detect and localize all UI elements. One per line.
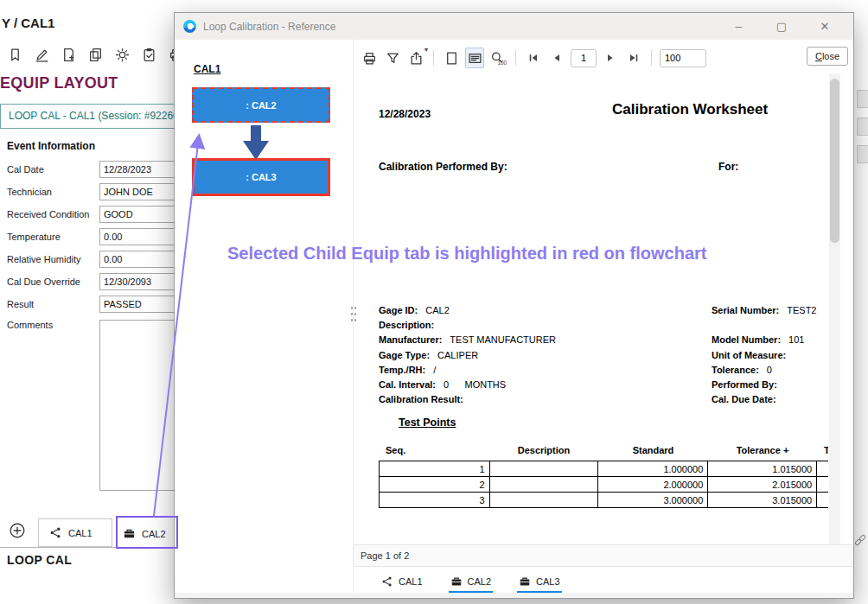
cell-seq: 2 <box>380 477 490 493</box>
cell-seq: 3 <box>380 493 490 508</box>
cell-tolerance-plus: 1.015000 <box>708 461 817 477</box>
edit-icon[interactable] <box>32 45 51 64</box>
cell-description <box>489 493 598 508</box>
cell-description <box>489 477 598 493</box>
right-edge-panel <box>854 0 868 604</box>
info-row: Calibration Result: Cal. Due Date: <box>379 392 828 407</box>
flowchart-node-cal2[interactable]: : CAL2 <box>192 87 330 123</box>
dialog-tab-cal1[interactable]: CAL1 <box>378 571 426 592</box>
dialog-tab-label: CAL1 <box>399 576 423 587</box>
column-header: Description <box>489 445 598 455</box>
info-label: Gage ID: <box>379 305 418 315</box>
toolbox-icon <box>519 575 531 588</box>
export-dropdown-caret[interactable]: ▾ <box>424 46 428 54</box>
info-label: Manufacturer: <box>379 334 442 345</box>
clipboard-check-icon[interactable] <box>139 45 158 64</box>
loop-calibration-dialog: Loop Calibration - Reference – ▢ ✕ CAL1 … <box>174 12 854 599</box>
temperature-label: Temperature <box>7 232 99 242</box>
page-number-input[interactable] <box>571 49 597 67</box>
cell-tolerance-minus <box>817 493 828 508</box>
toolbar-separator <box>651 50 652 66</box>
gage-info-block: Gage ID:CAL2 Serial Number:TEST2 Descrip… <box>379 303 828 407</box>
info-value: / <box>433 365 436 375</box>
dialog-tabbar: CAL1 CAL2 CAL3 <box>354 568 853 594</box>
cell-standard: 1.000000 <box>598 461 708 477</box>
close-button[interactable]: Close <box>807 47 848 66</box>
info-label: Calibration Result: <box>379 394 463 404</box>
page-add-icon[interactable] <box>59 45 78 64</box>
cell-tolerance-minus <box>817 461 828 477</box>
panel-fragment <box>857 118 868 136</box>
equip-tab-cal1[interactable]: CAL1 <box>38 518 112 547</box>
dialog-bottom-strip <box>175 593 853 598</box>
info-label: Description: <box>379 320 434 330</box>
scrollbar-thumb[interactable] <box>830 79 839 243</box>
flowchart-root-label[interactable]: CAL1 <box>194 63 220 75</box>
dialog-tab-label: CAL2 <box>468 576 492 587</box>
bookmark-icon[interactable] <box>5 45 24 64</box>
test-points-table: Seq. Description Standard Tolerance + To… <box>379 440 828 508</box>
zoom-100-icon[interactable]: 100 <box>488 48 507 68</box>
report-date: 12/28/2023 <box>379 108 431 120</box>
minimize-button[interactable]: – <box>732 20 744 33</box>
report-scrollbar[interactable] <box>829 73 840 544</box>
info-row: Cal. Interval:0 MONTHS Performed By: <box>379 378 828 392</box>
for-label: For: <box>718 161 738 173</box>
gear-icon[interactable] <box>112 45 131 64</box>
loop-cal-title: LOOP CAL <box>7 553 72 567</box>
info-label: Cal. Due Date: <box>712 394 776 404</box>
maximize-button[interactable]: ▢ <box>775 20 788 33</box>
info-row: Manufacturer:TEST MANUFACTURER Model Num… <box>379 333 828 347</box>
cal-date-label: Cal Date <box>7 164 99 175</box>
add-equip-button[interactable] <box>9 522 26 539</box>
cell-tolerance-plus: 3.015000 <box>708 493 817 508</box>
tabbar-divider <box>0 547 174 548</box>
export-icon[interactable]: ▾ <box>406 48 425 68</box>
print-icon[interactable] <box>360 48 379 68</box>
dialog-tab-cal3[interactable]: CAL3 <box>515 571 564 592</box>
dialog-titlebar: Loop Calibration - Reference – ▢ ✕ <box>175 13 853 40</box>
column-header: Seq. <box>379 445 489 455</box>
cell-standard: 2.000000 <box>598 477 708 493</box>
last-page-icon[interactable] <box>624 48 643 68</box>
dialog-tab-cal2[interactable]: CAL2 <box>447 571 495 592</box>
prev-page-icon[interactable] <box>547 48 566 68</box>
test-points-title: Test Points <box>399 416 456 429</box>
info-value: TEST MANUFACTURER <box>450 334 556 345</box>
result-label: Result <box>7 299 99 309</box>
close-window-button[interactable]: ✕ <box>819 20 831 33</box>
technician-label: Technician <box>7 187 99 197</box>
column-header: Standard <box>598 445 708 455</box>
single-page-icon[interactable] <box>442 48 461 68</box>
copy-icon[interactable] <box>86 45 105 64</box>
info-label: Model Number: <box>712 334 781 345</box>
toolbox-icon <box>123 527 136 540</box>
dialog-title: Loop Calibration - Reference <box>203 21 335 33</box>
next-page-icon[interactable] <box>601 48 620 68</box>
toolbox-icon <box>450 575 463 588</box>
info-label: Gage Type: <box>379 350 430 360</box>
received-condition-label: Received Condition <box>7 209 99 219</box>
report-toolbar: ▾ 100 <box>360 46 706 70</box>
svg-text:100: 100 <box>497 60 507 66</box>
breadcrumb: Y / CAL1 <box>2 16 54 30</box>
status-bar: Page 1 of 2 <box>354 544 853 567</box>
cal-due-override-label: Cal Due Override <box>7 277 99 287</box>
report-title: Calibration Worksheet <box>612 101 768 118</box>
table-row: 3 3.000000 3.015000 <box>380 493 829 508</box>
first-page-icon[interactable] <box>524 48 543 68</box>
flowchart-node-cal3[interactable]: : CAL3 <box>192 158 330 196</box>
equip-tab-cal2[interactable]: CAL2 <box>123 522 173 545</box>
cell-tolerance-minus <box>817 477 828 493</box>
column-header: Tolerance + <box>708 445 817 455</box>
filter-icon[interactable] <box>383 48 402 68</box>
info-row: Gage ID:CAL2 Serial Number:TEST2 <box>379 303 828 318</box>
page-width-icon[interactable] <box>465 48 484 68</box>
info-value: 101 <box>788 334 804 345</box>
event-information-title: Event Information <box>7 140 95 152</box>
info-label: Tolerance: <box>712 365 759 375</box>
zoom-level-input[interactable] <box>660 49 706 67</box>
relative-humidity-label: Relative Humidity <box>7 254 99 264</box>
info-value: TEST2 <box>787 305 816 315</box>
table-row: 2 2.000000 2.015000 <box>380 477 829 493</box>
